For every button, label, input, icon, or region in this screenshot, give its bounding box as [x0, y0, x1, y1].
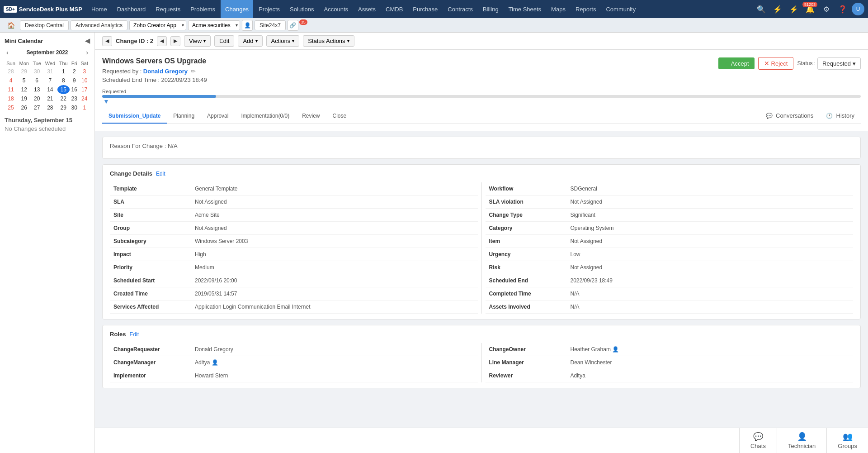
calendar-day[interactable]: 1	[79, 103, 90, 112]
calendar-day[interactable]: 16	[70, 85, 79, 94]
tab-approval[interactable]: Approval	[201, 109, 235, 124]
calendar-day[interactable]: 21	[43, 94, 57, 103]
account-icon[interactable]: 👤	[242, 20, 253, 31]
tab-planning[interactable]: Planning	[167, 109, 201, 124]
calendar-day[interactable]: 11	[5, 85, 17, 94]
change-back-btn[interactable]: ◀	[102, 36, 112, 46]
tab-implementation[interactable]: Implementation(0/0)	[235, 109, 296, 124]
notification-icon[interactable]: 🔔 51203	[803, 2, 817, 16]
calendar-day[interactable]: 8	[57, 76, 70, 85]
roles-title: Roles Edit	[110, 331, 853, 338]
calendar-day[interactable]: 6	[31, 76, 43, 85]
calendar-day[interactable]: 26	[17, 103, 31, 112]
calendar-day[interactable]: 7	[43, 76, 57, 85]
calendar-day[interactable]: 14	[43, 85, 57, 94]
calendar-day[interactable]: 30	[31, 67, 43, 76]
calendar-day[interactable]: 5	[17, 76, 31, 85]
calendar-day[interactable]: 24	[79, 94, 90, 103]
calendar-day[interactable]: 13	[31, 85, 43, 94]
nav-changes[interactable]: Changes	[221, 0, 253, 18]
calendar-day[interactable]: 31	[43, 67, 57, 76]
actions-button[interactable]: Actions ▾	[266, 35, 300, 47]
account-dropdown[interactable]: Acme securities	[188, 20, 240, 30]
nav-accounts[interactable]: Accounts	[320, 0, 353, 18]
status-actions-button[interactable]: Status Actions ▾	[303, 35, 354, 47]
calendar-day[interactable]: 30	[70, 103, 79, 112]
nav-home[interactable]: Home	[87, 0, 112, 18]
calendar-day[interactable]: 17	[79, 85, 90, 94]
app-dropdown[interactable]: Zoho Creator App	[129, 20, 186, 30]
calendar-day[interactable]: 25	[5, 103, 17, 112]
tab-conversations[interactable]: 💬 Conversations	[760, 109, 820, 124]
calendar-day[interactable]: 29	[17, 67, 31, 76]
search-icon[interactable]: 🔍	[754, 2, 769, 16]
lightning-icon[interactable]: ⚡	[770, 2, 785, 16]
calendar-day[interactable]: 2	[70, 67, 79, 76]
nav-maps[interactable]: Maps	[547, 0, 570, 18]
calendar-prev-btn[interactable]: ‹	[5, 48, 10, 57]
subnav-home-icon[interactable]: 🏠	[4, 18, 18, 33]
user-avatar[interactable]: U	[852, 3, 864, 15]
calendar-day[interactable]: 29	[57, 103, 70, 112]
sidebar-collapse-btn[interactable]: ◀	[85, 37, 90, 44]
calendar-day[interactable]: 27	[31, 103, 43, 112]
calendar-day[interactable]: 10	[79, 76, 90, 85]
calendar-day[interactable]: 3	[79, 67, 90, 76]
nav-cmdb[interactable]: CMDB	[381, 0, 407, 18]
view-button[interactable]: View ▾	[184, 35, 211, 47]
nav-assets[interactable]: Assets	[354, 0, 380, 18]
nav-timesheets[interactable]: Time Sheets	[504, 0, 546, 18]
status-dropdown[interactable]: Requested ▾	[817, 57, 861, 70]
roles-edit-link[interactable]: Edit	[129, 331, 139, 338]
help-icon[interactable]: ❓	[835, 2, 850, 16]
nav-requests[interactable]: Requests	[151, 0, 185, 18]
tab-close[interactable]: Close	[326, 109, 353, 124]
calendar-day[interactable]: 20	[31, 94, 43, 103]
calendar-day[interactable]: 19	[17, 94, 31, 103]
tab-review[interactable]: Review	[296, 109, 326, 124]
tab-history[interactable]: 🕐 History	[820, 109, 861, 124]
change-prev-btn[interactable]: ◀	[157, 36, 167, 46]
nav-projects[interactable]: Projects	[254, 0, 284, 18]
calendar-next-btn[interactable]: ›	[84, 48, 90, 57]
subnav-advanced-analytics[interactable]: Advanced Analytics	[71, 20, 127, 30]
change-next-btn[interactable]: ▶	[170, 36, 180, 46]
calendar-day[interactable]: 15	[57, 85, 70, 94]
view-label: View	[189, 38, 202, 44]
reject-button[interactable]: ✕ Reject	[758, 57, 794, 70]
nav-purchase[interactable]: Purchase	[408, 0, 442, 18]
bolt-icon[interactable]: ⚡	[787, 2, 801, 16]
site-icon[interactable]: 🔗	[288, 20, 298, 31]
nav-solutions[interactable]: Solutions	[285, 0, 318, 18]
nav-problems[interactable]: Problems	[186, 0, 220, 18]
accept-button[interactable]: ✓ Accept	[718, 57, 755, 69]
calendar-day[interactable]: 23	[70, 94, 79, 103]
nav-reports[interactable]: Reports	[571, 0, 601, 18]
calendar-day[interactable]: 12	[17, 85, 31, 94]
bottom-chats[interactable]: 💬 Chats	[739, 428, 777, 453]
bottom-technician[interactable]: 👤 Technician	[777, 428, 826, 453]
calendar-day[interactable]: 9	[70, 76, 79, 85]
bottom-groups[interactable]: 👥 Groups	[826, 428, 868, 453]
requester-edit-icon[interactable]: ✏	[191, 68, 196, 75]
subnav-desktop-central[interactable]: Desktop Central	[20, 20, 69, 30]
calendar-day[interactable]: 18	[5, 94, 17, 103]
site-label[interactable]: Site24x7	[255, 20, 286, 30]
requested-by-value: Donald Gregory	[143, 68, 188, 75]
nav-dashboard[interactable]: Dashboard	[113, 0, 151, 18]
calendar-day[interactable]: 28	[43, 103, 57, 112]
calendar-day[interactable]: 22	[57, 94, 70, 103]
calendar-day[interactable]: 4	[5, 76, 17, 85]
calendar-day-header: Thu	[57, 60, 70, 67]
tab-submission-update[interactable]: Submission_Update	[102, 109, 167, 124]
add-button[interactable]: Add ▾	[238, 35, 262, 47]
nav-community[interactable]: Community	[601, 0, 640, 18]
nav-billing[interactable]: Billing	[478, 0, 503, 18]
calendar-day[interactable]: 1	[57, 67, 70, 76]
calendar-day[interactable]: 28	[5, 67, 17, 76]
nav-contracts[interactable]: Contracts	[443, 0, 477, 18]
edit-button[interactable]: Edit	[214, 35, 234, 47]
technician-icon: 👤	[797, 432, 807, 442]
change-details-edit-link[interactable]: Edit	[156, 171, 165, 177]
settings-icon[interactable]: ⚙	[819, 2, 834, 16]
